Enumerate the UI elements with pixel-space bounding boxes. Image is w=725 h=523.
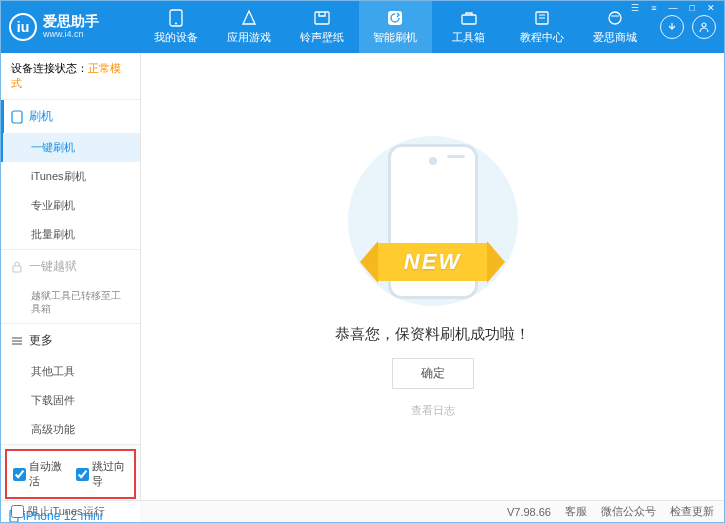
nav-apps-games[interactable]: 应用游戏	[212, 1, 285, 53]
sidebar-item-other-tools[interactable]: 其他工具	[1, 357, 140, 386]
service-link[interactable]: 客服	[565, 504, 587, 519]
sidebar-more-header[interactable]: 更多	[1, 324, 140, 357]
sidebar-flash-header[interactable]: 刷机	[1, 100, 140, 133]
view-log-link[interactable]: 查看日志	[411, 403, 455, 418]
update-link[interactable]: 检查更新	[670, 504, 714, 519]
shop-icon	[606, 9, 624, 27]
maximize-button[interactable]: □	[687, 1, 698, 15]
version-label: V7.98.66	[507, 506, 551, 518]
list-icon	[11, 336, 23, 346]
ok-button[interactable]: 确定	[392, 358, 474, 389]
jailbreak-note: 越狱工具已转移至工具箱	[1, 283, 140, 323]
minimize-button[interactable]: —	[666, 1, 681, 15]
flash-options: 自动激活 跳过向导	[5, 449, 136, 499]
logo[interactable]: iu 爱思助手 www.i4.cn	[9, 13, 139, 41]
svg-rect-10	[12, 111, 22, 123]
toolbox-icon	[460, 9, 478, 27]
device-status: 设备连接状态：正常模式	[1, 53, 140, 100]
sidebar-item-oneclick-flash[interactable]: 一键刷机	[1, 133, 140, 162]
app-name: 爱思助手	[43, 14, 99, 29]
list-icon[interactable]: ≡	[648, 1, 659, 15]
sidebar-item-itunes-flash[interactable]: iTunes刷机	[1, 162, 140, 191]
nav-tutorials[interactable]: 教程中心	[505, 1, 578, 53]
nav-ringtones[interactable]: 铃声壁纸	[286, 1, 359, 53]
book-icon	[533, 9, 551, 27]
media-icon	[313, 9, 331, 27]
nav-smart-flash[interactable]: 智能刷机	[359, 1, 432, 53]
checkbox-skip-guide[interactable]: 跳过向导	[76, 459, 129, 489]
sidebar-item-batch-flash[interactable]: 批量刷机	[1, 220, 140, 249]
svg-rect-3	[388, 11, 402, 25]
phone-icon	[167, 9, 185, 27]
nav: 我的设备 应用游戏 铃声壁纸 智能刷机 工具箱 教程中心 爱思商城	[139, 1, 652, 53]
checkbox-block-itunes[interactable]: 阻止iTunes运行	[11, 504, 105, 519]
sidebar-item-pro-flash[interactable]: 专业刷机	[1, 191, 140, 220]
refresh-icon	[386, 9, 404, 27]
sidebar-item-advanced[interactable]: 高级功能	[1, 415, 140, 444]
logo-icon: iu	[9, 13, 37, 41]
user-button[interactable]	[692, 15, 716, 39]
svg-point-1	[175, 23, 177, 25]
nav-toolbox[interactable]: 工具箱	[432, 1, 505, 53]
svg-point-9	[702, 23, 706, 27]
wechat-link[interactable]: 微信公众号	[601, 504, 656, 519]
apps-icon	[240, 9, 258, 27]
close-button[interactable]: ✕	[704, 1, 718, 15]
download-button[interactable]	[660, 15, 684, 39]
success-illustration: NEW	[318, 136, 548, 311]
svg-point-8	[609, 12, 621, 24]
svg-rect-11	[13, 266, 21, 272]
svg-rect-4	[462, 15, 476, 24]
success-message: 恭喜您，保资料刷机成功啦！	[335, 325, 530, 344]
header: iu 爱思助手 www.i4.cn 我的设备 应用游戏 铃声壁纸 智能刷机 工具…	[1, 1, 724, 53]
svg-rect-2	[315, 12, 329, 24]
checkbox-auto-activate[interactable]: 自动激活	[13, 459, 66, 489]
app-url: www.i4.cn	[43, 30, 99, 40]
main-content: NEW 恭喜您，保资料刷机成功啦！ 确定 查看日志	[141, 53, 724, 500]
sidebar: 设备连接状态：正常模式 刷机 一键刷机 iTunes刷机 专业刷机 批量刷机 一…	[1, 53, 141, 500]
phone-small-icon	[11, 110, 23, 124]
menu-icon[interactable]: ☰	[628, 1, 642, 15]
nav-my-device[interactable]: 我的设备	[139, 1, 212, 53]
sidebar-jailbreak-header: 一键越狱	[1, 250, 140, 283]
lock-icon	[11, 261, 23, 273]
new-ribbon: NEW	[318, 241, 548, 283]
sidebar-item-download-firmware[interactable]: 下载固件	[1, 386, 140, 415]
window-controls: ☰ ≡ — □ ✕	[628, 1, 718, 15]
